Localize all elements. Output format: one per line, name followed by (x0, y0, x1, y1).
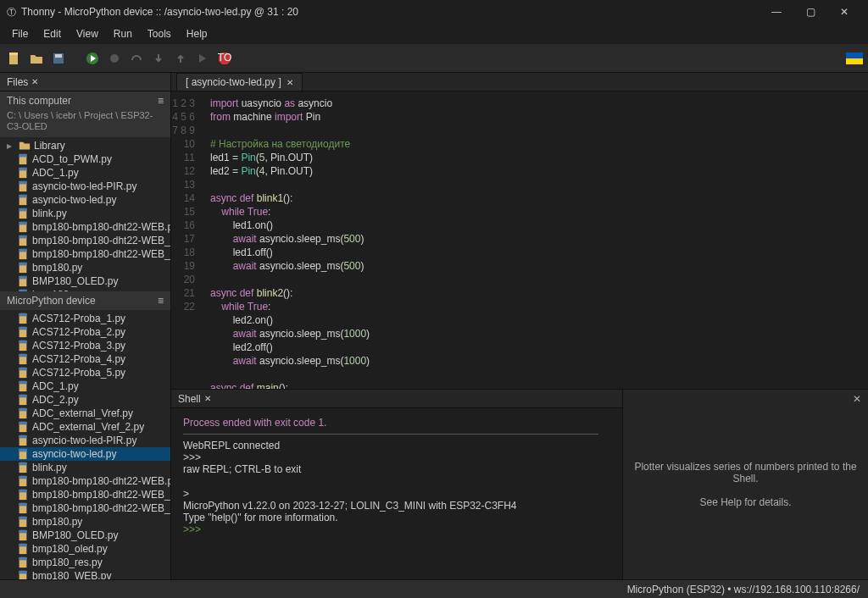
file-row[interactable]: bmp180.py (0, 515, 170, 529)
svg-rect-1 (9, 53, 18, 55)
ukraine-flag-icon (846, 53, 863, 64)
close-icon[interactable]: ✕ (853, 393, 861, 405)
app-logo: Ⓣ (7, 6, 16, 19)
status-bar[interactable]: MicroPython (ESP32) • ws://192.168.100.1… (0, 579, 868, 598)
file-row[interactable]: bmp180.py (0, 261, 170, 274)
svg-rect-67 (19, 557, 27, 561)
file-row[interactable]: bmp180_oled.py (0, 542, 170, 556)
new-file-icon[interactable] (5, 49, 24, 68)
svg-rect-15 (19, 195, 27, 198)
svg-rect-57 (19, 490, 27, 493)
file-row[interactable]: BMP180_OLED.py (0, 529, 170, 542)
device-header[interactable]: MicroPython device≡ (0, 291, 170, 310)
file-row[interactable]: ADC_1.py (0, 166, 170, 180)
run-icon[interactable] (83, 49, 102, 68)
menu-icon[interactable]: ≡ (158, 295, 164, 307)
menu-help[interactable]: Help (180, 26, 214, 42)
save-file-icon[interactable] (49, 49, 68, 68)
file-row[interactable]: bmp180_WEB.py (0, 569, 170, 579)
close-button[interactable]: ✕ (827, 0, 861, 24)
file-row[interactable]: asyncio-two-led.py (0, 447, 170, 461)
code-editor[interactable]: 1 2 3 4 5 6 7 8 9 10 11 12 13 14 15 16 1… (171, 91, 868, 389)
svg-rect-61 (19, 517, 27, 520)
svg-rect-39 (19, 368, 27, 371)
menu-tools[interactable]: Tools (141, 26, 178, 42)
file-row[interactable]: bmp180-bmp180-dht22-WEB_v2.py (0, 234, 170, 247)
file-row[interactable]: ADC_1.py (0, 379, 170, 393)
menu-run[interactable]: Run (107, 26, 139, 42)
svg-rect-21 (19, 235, 27, 239)
svg-rect-41 (19, 381, 27, 385)
file-row[interactable]: bmp180-bmp180-dht22-WEB_v3.py (0, 247, 170, 261)
shell-output[interactable]: Process ended with exit code 1. WebREPL … (171, 408, 622, 579)
svg-rect-53 (19, 462, 27, 466)
svg-rect-51 (19, 449, 27, 452)
device-file-tree[interactable]: ACS712-Proba_1.pyACS712-Proba_2.pyACS712… (0, 310, 170, 579)
svg-rect-59 (19, 503, 27, 507)
menu-icon[interactable]: ≡ (158, 95, 164, 107)
file-row[interactable]: bmp180-bmp180-dht22-WEB.py (0, 474, 170, 488)
editor-area: [ asyncio-two-led.py ] ✕ 1 2 3 4 5 6 7 8… (171, 73, 868, 579)
menu-view[interactable]: View (70, 26, 105, 42)
menu-bar: File Edit View Run Tools Help (0, 24, 868, 44)
files-panel-tab[interactable]: Files ✕ (0, 73, 170, 91)
close-icon[interactable]: ✕ (287, 78, 293, 87)
file-row[interactable]: ACS712-Proba_3.py (0, 339, 170, 352)
file-row[interactable]: bmp180_res.py (0, 556, 170, 569)
file-row[interactable]: ACS712-Proba_2.py (0, 325, 170, 339)
editor-tabs: [ asyncio-two-led.py ] ✕ (171, 73, 868, 91)
file-row[interactable]: asyncio-two-led-PIR.py (0, 180, 170, 193)
resume-icon[interactable] (193, 49, 212, 68)
file-row[interactable]: bmp180-bmp180-dht22-WEB_v3.py (0, 501, 170, 515)
file-row[interactable]: asyncio-two-led.py (0, 193, 170, 207)
code-content[interactable]: import uasyncio as asyncio from machine … (202, 91, 868, 389)
files-tab-label: Files (7, 76, 28, 88)
window-title: Thonny - MicroPython device :: /asyncio-… (21, 6, 298, 18)
maximize-button[interactable]: ▢ (793, 0, 827, 24)
step-into-icon[interactable] (149, 49, 168, 68)
svg-rect-17 (19, 208, 27, 212)
svg-rect-3 (55, 54, 62, 58)
svg-text:STOP: STOP (218, 52, 231, 64)
minimize-button[interactable]: — (760, 0, 793, 24)
file-row[interactable]: bmp180-bmp180-dht22-WEB.py (0, 220, 170, 234)
breadcrumb[interactable]: C: \ Users \ icebr \ Project \ ESP32-C3-… (0, 110, 170, 137)
open-file-icon[interactable] (27, 49, 46, 68)
step-out-icon[interactable] (171, 49, 190, 68)
close-icon[interactable]: ✕ (31, 77, 38, 86)
local-file-tree[interactable]: ▸LibraryACD_to_PWM.pyADC_1.pyasyncio-two… (0, 137, 170, 291)
file-row[interactable]: blink.py (0, 461, 170, 474)
shell-tab[interactable]: Shell ✕ (171, 390, 622, 408)
editor-tab[interactable]: [ asyncio-two-led.py ] ✕ (176, 73, 303, 91)
menu-edit[interactable]: Edit (36, 26, 68, 42)
menu-file[interactable]: File (5, 26, 35, 42)
this-computer-header[interactable]: This computer≡ (0, 91, 170, 110)
file-row[interactable]: ADC_external_Vref_2.py (0, 420, 170, 434)
file-row[interactable]: blink.py (0, 207, 170, 220)
svg-rect-47 (19, 422, 27, 425)
svg-rect-33 (19, 327, 27, 330)
svg-rect-23 (19, 249, 27, 252)
svg-rect-31 (19, 313, 27, 317)
editor-tab-label: [ asyncio-two-led.py ] (186, 76, 281, 88)
stop-icon[interactable]: STOP (215, 49, 234, 68)
close-icon[interactable]: ✕ (204, 394, 211, 403)
file-row[interactable]: ADC_2.py (0, 393, 170, 407)
shell-prompt[interactable]: >>> (183, 523, 610, 535)
folder-row[interactable]: ▸Library (0, 139, 170, 152)
svg-rect-25 (19, 263, 27, 266)
svg-rect-69 (19, 571, 27, 574)
file-row[interactable]: ACS712-Proba_1.py (0, 312, 170, 325)
file-row[interactable]: ACS712-Proba_4.py (0, 352, 170, 366)
svg-rect-65 (19, 544, 27, 547)
file-row[interactable]: asyncio-two-led-PIR.py (0, 434, 170, 447)
title-bar: Ⓣ Thonny - MicroPython device :: /asynci… (0, 0, 868, 24)
file-row[interactable]: ACD_to_PWM.py (0, 152, 170, 166)
file-row[interactable]: BMP180_OLED.py (0, 274, 170, 288)
file-row[interactable]: ADC_external_Vref.py (0, 407, 170, 420)
file-row[interactable]: bmp180-bmp180-dht22-WEB_v2.py (0, 488, 170, 501)
step-over-icon[interactable] (127, 49, 146, 68)
svg-rect-45 (19, 408, 27, 412)
debug-icon[interactable] (105, 49, 124, 68)
file-row[interactable]: ACS712-Proba_5.py (0, 366, 170, 379)
